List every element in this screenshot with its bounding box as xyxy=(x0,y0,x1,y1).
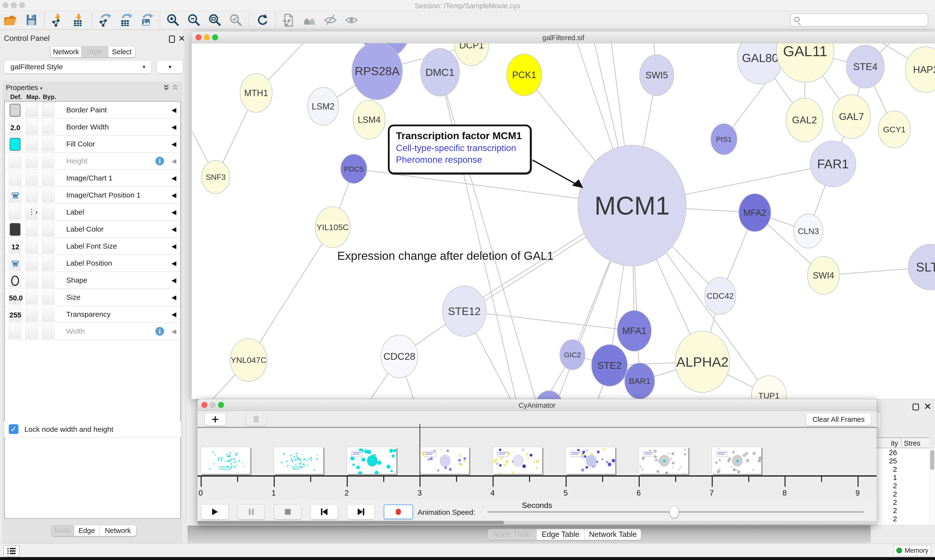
default-value-cell[interactable]: 255 xyxy=(9,308,22,322)
network-node-ynl047c[interactable]: YNL047C xyxy=(230,338,267,382)
pause-button[interactable] xyxy=(238,504,265,519)
mapping-value-cell[interactable] xyxy=(25,120,38,134)
bypass-value-cell[interactable] xyxy=(42,137,54,151)
tab-style[interactable]: Style xyxy=(81,46,108,57)
zoom-fit-button[interactable] xyxy=(205,12,225,28)
network-node-slt2[interactable]: SLT2 xyxy=(908,244,935,290)
expand-row-icon[interactable]: ◀ xyxy=(171,260,176,267)
timeline-playhead[interactable] xyxy=(420,424,420,476)
bypass-value-cell[interactable] xyxy=(42,239,54,254)
property-row-label-color[interactable]: Label Color◀ xyxy=(5,221,180,238)
network-node-mfa2[interactable]: MFA2 xyxy=(739,194,771,232)
expand-row-icon[interactable]: ◀ xyxy=(171,191,176,199)
network-node-bar1[interactable]: BAR1 xyxy=(625,363,655,399)
skip-end-button[interactable] xyxy=(347,504,375,519)
cyanimator-titlebar[interactable]: CyAnimator xyxy=(197,399,876,411)
table-scrollbar[interactable] xyxy=(929,449,935,525)
default-value-cell[interactable]: 50.0 xyxy=(9,291,22,305)
mapping-value-cell[interactable] xyxy=(25,188,38,202)
style-options-button[interactable]: ▾ xyxy=(157,60,183,74)
clear-all-frames-button[interactable]: Clear All Frames xyxy=(806,413,871,426)
float-panel-icon[interactable] xyxy=(169,35,175,43)
network-node-yil105c[interactable]: YIL105C xyxy=(315,207,350,248)
expand-row-icon[interactable]: ◀ xyxy=(171,294,176,301)
network-node-gic2[interactable]: GIC2 xyxy=(560,340,585,370)
expand-row-icon[interactable]: ◀ xyxy=(171,106,176,114)
expand-row-icon[interactable]: ◀ xyxy=(171,243,176,250)
memory-button[interactable]: Memory xyxy=(893,545,931,556)
color-swatch[interactable] xyxy=(10,104,20,117)
network-node-rps28a[interactable]: RPS28A xyxy=(352,43,403,100)
open-session-button[interactable] xyxy=(0,12,21,28)
mapping-value-cell[interactable] xyxy=(25,256,38,271)
property-row-label-position[interactable]: Label Position◀ xyxy=(5,255,180,272)
animation-frame-2[interactable] xyxy=(347,447,397,474)
animation-frame-6[interactable] xyxy=(639,447,688,474)
default-value-cell[interactable]: 2.0 xyxy=(9,120,22,134)
expand-row-icon[interactable]: ◀ xyxy=(171,277,176,284)
tab-node-table[interactable]: Node Table xyxy=(488,529,536,540)
network-node-pck1[interactable]: PCK1 xyxy=(507,54,542,96)
network-node-gal7[interactable]: GAL7 xyxy=(833,95,870,138)
export-image-button[interactable] xyxy=(136,12,157,28)
properties-header[interactable]: Properties ▾ xyxy=(6,84,42,92)
network-node-cln3[interactable]: CLN3 xyxy=(794,214,823,248)
export-table-button[interactable] xyxy=(116,12,136,28)
info-icon[interactable]: i xyxy=(155,157,164,165)
tab-network-bottom[interactable]: Network xyxy=(99,525,136,536)
tab-node[interactable]: Node xyxy=(52,525,74,536)
animation-frame-0[interactable] xyxy=(201,447,250,474)
hide-selected-button[interactable] xyxy=(320,12,341,28)
bypass-value-cell[interactable] xyxy=(42,256,54,271)
refresh-button[interactable] xyxy=(252,12,273,28)
default-value-cell[interactable]: 12 xyxy=(9,239,22,254)
property-row-label[interactable]: ⋮›Label◀ xyxy=(5,204,180,221)
import-network-button[interactable] xyxy=(47,12,68,28)
network-node-n1[interactable] xyxy=(535,391,563,399)
network-node-gal11[interactable]: GAL11 xyxy=(776,43,834,82)
zoom-selected-button[interactable] xyxy=(225,12,247,28)
network-node-gal80[interactable]: GAL80 xyxy=(737,43,783,84)
default-value-cell[interactable] xyxy=(9,274,22,288)
property-row-image-chart-1[interactable]: Image/Chart 1◀ xyxy=(5,170,180,187)
bypass-value-cell[interactable] xyxy=(42,325,54,338)
network-node-dmc1[interactable]: DMC1 xyxy=(421,48,460,96)
mapping-value-cell[interactable] xyxy=(25,154,38,168)
import-table-button[interactable] xyxy=(68,12,89,28)
bypass-value-cell[interactable] xyxy=(42,205,54,219)
column-header[interactable]: Stres xyxy=(904,439,920,448)
slider-thumb[interactable] xyxy=(670,506,679,518)
network-node-lsm4[interactable]: LSM4 xyxy=(353,100,385,139)
mapping-value-cell[interactable] xyxy=(25,103,38,117)
network-node-alpha2[interactable]: ALPHA2 xyxy=(675,331,730,392)
zoom-out-button[interactable] xyxy=(184,12,205,28)
network-node-swi4[interactable]: SWI4 xyxy=(807,256,839,294)
property-row-shape[interactable]: Shape◀ xyxy=(5,272,180,289)
stop-button[interactable] xyxy=(274,504,301,519)
style-selector[interactable]: galFiltered Style▾ xyxy=(4,60,151,74)
network-node-snf3[interactable]: SNF3 xyxy=(202,160,230,194)
network-node-mth1[interactable]: MTH1 xyxy=(240,74,272,112)
network-window-titlebar[interactable]: galFiltered.sif xyxy=(191,32,935,43)
default-value-cell[interactable] xyxy=(9,171,22,185)
expand-row-icon[interactable]: ◀ xyxy=(171,157,176,165)
annotation-box[interactable]: Transcription factor MCM1 Cell-type-spec… xyxy=(388,125,532,174)
network-node-pdc5[interactable]: PDC5 xyxy=(341,154,367,183)
delete-frame-button[interactable] xyxy=(246,413,267,426)
default-value-cell[interactable] xyxy=(9,325,22,338)
mapping-value-cell[interactable] xyxy=(25,325,38,338)
mapping-value-cell[interactable]: ⋮› xyxy=(25,205,38,219)
zoom-in-button[interactable] xyxy=(163,12,184,28)
tab-network[interactable]: Network xyxy=(51,46,81,57)
network-node-swi5[interactable]: SWI5 xyxy=(640,55,674,95)
export-network-button[interactable] xyxy=(94,12,116,28)
network-node-mfa1[interactable]: MFA1 xyxy=(617,311,651,351)
animation-frame-3[interactable] xyxy=(420,447,469,474)
bypass-value-cell[interactable] xyxy=(42,154,54,168)
close-panel-icon[interactable]: ✕ xyxy=(924,401,932,412)
bypass-value-cell[interactable] xyxy=(42,274,54,288)
network-edge[interactable] xyxy=(440,72,516,399)
bypass-value-cell[interactable] xyxy=(42,103,54,117)
network-node-gcy1[interactable]: GCY1 xyxy=(878,111,910,148)
group-nodes-button[interactable] xyxy=(299,12,320,28)
